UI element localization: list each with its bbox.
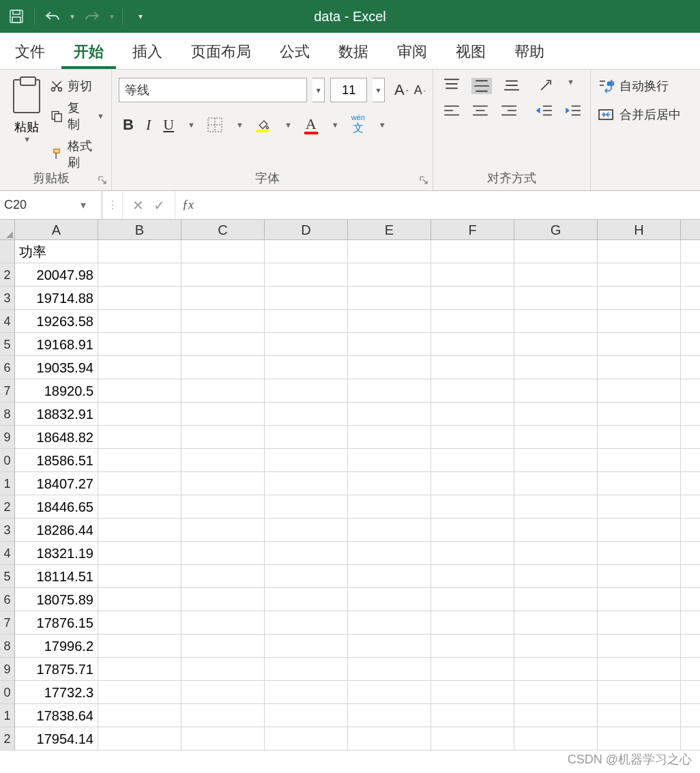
cell[interactable]	[265, 727, 348, 750]
cell[interactable]	[98, 263, 181, 286]
row-header[interactable]	[0, 240, 14, 263]
cell[interactable]	[598, 379, 681, 402]
decrease-font-button[interactable]: Aˇ	[414, 83, 426, 98]
column-header[interactable]: D	[265, 220, 348, 239]
cell[interactable]	[431, 681, 514, 703]
column-header[interactable]: F	[431, 220, 514, 239]
cell[interactable]	[598, 565, 681, 587]
cell[interactable]	[514, 635, 598, 657]
row-header[interactable]: 7	[0, 379, 14, 403]
cell[interactable]	[181, 263, 265, 286]
cell[interactable]	[348, 472, 431, 495]
cell[interactable]	[181, 403, 265, 425]
undo-icon[interactable]	[40, 4, 65, 29]
chevron-down-icon[interactable]: ▼	[23, 135, 31, 143]
row-header[interactable]: 3	[0, 519, 14, 542]
cell[interactable]	[265, 542, 348, 564]
cell[interactable]	[514, 449, 598, 471]
cell[interactable]	[598, 495, 681, 518]
row-header[interactable]: 6	[0, 588, 14, 611]
cell[interactable]	[348, 287, 431, 309]
cell[interactable]	[598, 727, 681, 750]
name-box-input[interactable]	[0, 198, 75, 212]
cell[interactable]	[181, 542, 265, 564]
cell[interactable]	[348, 658, 431, 680]
cell[interactable]	[265, 565, 348, 587]
cell[interactable]	[598, 310, 681, 332]
tab-file[interactable]: 文件	[3, 33, 57, 69]
cell[interactable]	[514, 704, 598, 727]
tab-data[interactable]: 数据	[326, 33, 381, 69]
cell[interactable]	[431, 333, 514, 355]
cell[interactable]	[514, 426, 598, 448]
cell[interactable]	[431, 495, 514, 518]
cell[interactable]	[514, 611, 598, 634]
row-header[interactable]: 8	[0, 635, 14, 658]
cell[interactable]	[98, 240, 181, 263]
tab-home[interactable]: 开始	[61, 33, 116, 69]
cell[interactable]: 17732.3	[15, 681, 98, 703]
cell[interactable]	[431, 635, 514, 657]
cell[interactable]	[181, 472, 265, 495]
cell[interactable]	[98, 333, 181, 355]
chevron-down-icon[interactable]: ▼	[285, 121, 292, 129]
cell[interactable]	[98, 519, 181, 541]
row-header[interactable]: 5	[0, 565, 14, 588]
cell[interactable]	[98, 449, 181, 471]
tab-view[interactable]: 视图	[443, 33, 498, 69]
cell[interactable]	[348, 727, 431, 750]
chevron-down-icon[interactable]: ▼	[567, 78, 574, 94]
chevron-down-icon[interactable]: ▼	[236, 121, 244, 129]
cell[interactable]	[598, 542, 681, 564]
row-header[interactable]: 3	[0, 287, 14, 310]
cell[interactable]	[265, 635, 348, 657]
underline-button[interactable]: U	[163, 116, 174, 134]
cell[interactable]	[348, 611, 431, 634]
cell[interactable]	[431, 426, 514, 448]
cell[interactable]	[514, 310, 598, 332]
row-header[interactable]: 7	[0, 611, 14, 635]
cell[interactable]	[514, 495, 598, 518]
cell[interactable]	[98, 495, 181, 518]
cell[interactable]	[348, 403, 431, 425]
cell[interactable]	[98, 681, 181, 703]
select-all-corner[interactable]	[0, 220, 14, 240]
column-header[interactable]: C	[181, 220, 265, 239]
italic-button[interactable]: I	[146, 116, 151, 134]
cell[interactable]	[181, 727, 265, 750]
cell[interactable]	[348, 379, 431, 402]
wrap-text-button[interactable]: ab 自动换行	[598, 78, 693, 94]
name-box[interactable]: ▾	[0, 191, 102, 219]
cell[interactable]	[514, 727, 598, 750]
row-header[interactable]: 5	[0, 333, 14, 356]
cell[interactable]	[181, 356, 265, 379]
cell[interactable]	[265, 333, 348, 355]
cell[interactable]	[598, 333, 681, 355]
cell[interactable]	[514, 588, 598, 611]
cell[interactable]	[598, 658, 681, 680]
dialog-launcher-icon[interactable]	[98, 175, 108, 186]
cell[interactable]: 功率	[15, 240, 98, 263]
cell[interactable]: 18832.91	[15, 403, 98, 425]
chevron-down-icon[interactable]: ▼	[332, 121, 339, 129]
cell[interactable]	[514, 263, 598, 286]
cell[interactable]	[598, 449, 681, 471]
redo-icon[interactable]	[80, 4, 104, 29]
cell[interactable]	[348, 495, 431, 518]
cell[interactable]: 18446.65	[15, 495, 98, 518]
cell[interactable]	[598, 635, 681, 657]
cell[interactable]	[348, 426, 431, 448]
cell[interactable]	[598, 287, 681, 309]
cell[interactable]	[431, 519, 514, 541]
row-header[interactable]: 8	[0, 403, 14, 426]
cell[interactable]	[181, 287, 265, 309]
cell[interactable]	[98, 356, 181, 379]
row-header[interactable]: 4	[0, 542, 14, 565]
column-header[interactable]: E	[348, 220, 431, 239]
cell[interactable]	[98, 588, 181, 611]
cell[interactable]	[98, 658, 181, 680]
cell[interactable]: 18321.19	[15, 542, 98, 564]
cell[interactable]	[265, 704, 348, 727]
increase-font-button[interactable]: Aˆ	[394, 81, 409, 99]
cell[interactable]	[181, 495, 265, 518]
